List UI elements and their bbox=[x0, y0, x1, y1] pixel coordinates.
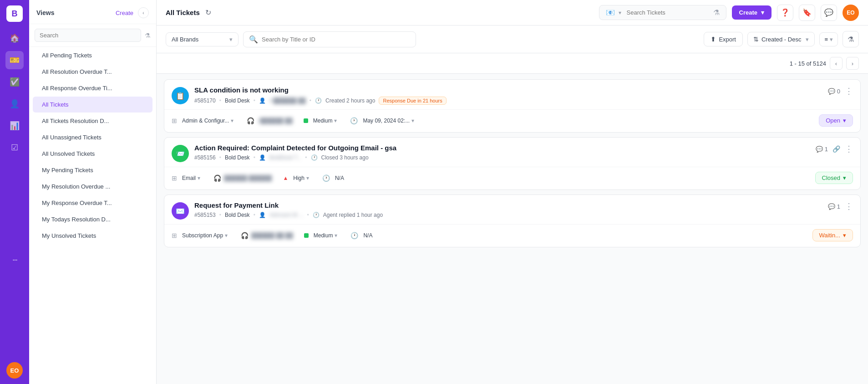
global-filter-icon[interactable]: ⚗ bbox=[713, 8, 720, 17]
sidebar-item-contacts[interactable]: 👤 bbox=[5, 95, 24, 113]
sidebar-nav-item-all-pending[interactable]: All Pending Tickets bbox=[33, 47, 152, 63]
ticket-agent: 🎧 J██████ ██ bbox=[247, 117, 292, 124]
assignee-icon: 👤 bbox=[259, 97, 266, 104]
sidebar-search-input[interactable] bbox=[35, 29, 141, 42]
date-dropdown[interactable]: N/A bbox=[333, 174, 346, 183]
ticket-agent-name: J██████ ██ bbox=[257, 118, 292, 124]
brand-select[interactable]: All Brands ▾ bbox=[166, 32, 239, 46]
ticket-time: Created 2 hours ago bbox=[325, 97, 375, 104]
clock-icon: 🕐 bbox=[311, 154, 318, 161]
sidebar-nav-item-my-todays-resolution[interactable]: My Todays Resolution D... bbox=[33, 211, 152, 227]
status-label: Closed bbox=[822, 174, 840, 181]
sidebar-collapse-button[interactable]: ‹ bbox=[138, 7, 149, 18]
pagination-info: 1 - 15 of 5124 bbox=[790, 60, 826, 67]
create-button[interactable]: Create ▾ bbox=[732, 5, 772, 20]
ticket-more-button[interactable]: ⋮ bbox=[845, 144, 853, 154]
ticket-status-pill[interactable]: Closed ▾ bbox=[815, 172, 853, 184]
app-logo: B bbox=[6, 5, 23, 22]
ticket-card-t3[interactable]: ✉️ Request for Payment Link #585153 • Bo… bbox=[164, 195, 861, 247]
refresh-button[interactable]: ↻ bbox=[205, 8, 211, 17]
sidebar-nav-item-all-response-overdue[interactable]: All Response Overdue Ti... bbox=[33, 80, 152, 96]
brand-label: All Brands bbox=[172, 36, 198, 43]
create-button-label: Create bbox=[739, 9, 757, 16]
ticket-avatar: 📋 bbox=[172, 87, 189, 104]
title-search-input[interactable] bbox=[262, 36, 410, 43]
export-button[interactable]: ⬆ Export bbox=[704, 32, 743, 46]
content-filter-button[interactable]: ⚗ bbox=[843, 31, 859, 47]
priority-dropdown[interactable]: Medium ▾ bbox=[311, 231, 340, 240]
title-search-icon: 🔍 bbox=[249, 35, 258, 44]
sidebar-item-tickets[interactable]: 🎫 bbox=[5, 51, 24, 69]
category-dropdown[interactable]: Email ▾ bbox=[180, 174, 203, 183]
ticket-date: 🕐 N/A bbox=[350, 231, 375, 240]
sidebar-nav-item-all-tickets-resolution[interactable]: All Tickets Resolution D... bbox=[33, 113, 152, 129]
chat-icon: 💬 bbox=[828, 203, 835, 210]
ticket-more-button[interactable]: ⋮ bbox=[845, 86, 853, 96]
ticket-date: 🕐 N/A bbox=[322, 174, 346, 183]
sidebar-nav-item-my-pending[interactable]: My Pending Tickets bbox=[33, 162, 152, 178]
ticket-more-button[interactable]: ⋮ bbox=[845, 201, 853, 211]
priority-chevron-icon: ▾ bbox=[306, 175, 309, 181]
ticket-footer: ⊞ Admin & Configur... ▾ 🎧 J██████ ██ Med… bbox=[164, 109, 860, 132]
priority-dropdown[interactable]: High ▾ bbox=[291, 174, 311, 183]
view-toggle-button[interactable]: ≡ ▾ bbox=[819, 32, 838, 46]
date-label: N/A bbox=[335, 175, 344, 181]
ticket-meta: #585170 • Bold Desk • 👤 H██████ ██ • 🕐 C… bbox=[194, 97, 822, 105]
sidebar-nav-item-all-resolution-overdue[interactable]: All Resolution Overdue T... bbox=[33, 64, 152, 80]
sidebar-header: Views Create ‹ bbox=[29, 0, 156, 24]
sidebar-nav: All Pending TicketsAll Resolution Overdu… bbox=[29, 47, 156, 384]
global-search-input[interactable] bbox=[627, 9, 710, 16]
category-dropdown[interactable]: Subscription App ▾ bbox=[180, 231, 230, 240]
date-dropdown[interactable]: N/A bbox=[361, 231, 375, 240]
sidebar-nav-item-my-resolution-overdue[interactable]: My Resolution Overdue ... bbox=[33, 179, 152, 195]
sort-button[interactable]: ⇅ Created - Desc ▾ bbox=[747, 32, 815, 46]
sidebar-item-home[interactable]: 🏠 bbox=[5, 29, 24, 47]
sidebar-nav-item-my-response-overdue[interactable]: My Response Overdue T... bbox=[33, 195, 152, 211]
date-dropdown[interactable]: May 09, 2024 02:... ▾ bbox=[360, 116, 416, 125]
ticket-agent-name: ██████ ██████ bbox=[224, 175, 272, 181]
ticket-category: ⊞ Admin & Configur... ▾ bbox=[172, 116, 236, 125]
sidebar-create-button[interactable]: Create bbox=[116, 10, 133, 16]
ticket-agent-name: ██████ ██ ██ bbox=[251, 232, 293, 239]
ticket-priority: ▲ High ▾ bbox=[283, 174, 311, 183]
sidebar-item-tasks[interactable]: ✅ bbox=[5, 73, 24, 91]
sort-chevron-icon: ▾ bbox=[806, 36, 809, 43]
priority-dropdown[interactable]: Medium ▾ bbox=[311, 116, 340, 125]
ticket-title: Action Required: Complaint Detected for … bbox=[194, 144, 810, 152]
ticket-card-t2[interactable]: 📨 Action Required: Complaint Detected fo… bbox=[164, 137, 861, 190]
ticket-status-pill[interactable]: Open ▾ bbox=[819, 114, 853, 127]
ticket-brand: Bold Desk bbox=[225, 212, 250, 218]
sidebar-nav-item-all-unsolved[interactable]: All Unsolved Tickets bbox=[33, 146, 152, 162]
ticket-assignee: H██████ ██ bbox=[269, 97, 306, 104]
sidebar-nav-item-my-unsolved[interactable]: My Unsolved Tickets bbox=[33, 228, 152, 244]
ticket-status-pill[interactable]: Waitin... ▾ bbox=[812, 229, 853, 241]
chat-count-value: 1 bbox=[825, 146, 828, 153]
agent-icon: 🎧 bbox=[241, 232, 249, 239]
pagination-next-button[interactable]: › bbox=[846, 57, 859, 70]
user-avatar[interactable]: EO bbox=[6, 362, 23, 379]
date-chevron-icon: ▾ bbox=[411, 118, 414, 124]
help-button[interactable]: ❓ bbox=[777, 5, 793, 21]
sidebar-nav-item-all-unassigned[interactable]: All Unassigned Tickets bbox=[33, 129, 152, 145]
sidebar-filter-icon[interactable]: ⚗ bbox=[145, 32, 151, 39]
ticket-card-t1[interactable]: 📋 SLA condition is not working #585170 •… bbox=[164, 79, 861, 133]
ticket-category: ⊞ Email ▾ bbox=[172, 174, 203, 183]
sidebar-item-more[interactable]: ··· bbox=[5, 251, 24, 269]
bookmark-button[interactable]: 🔖 bbox=[799, 5, 815, 21]
chat-icon: 💬 bbox=[828, 88, 835, 95]
pagination-prev-button[interactable]: ‹ bbox=[830, 57, 843, 70]
ticket-id: #585153 bbox=[194, 212, 216, 218]
category-chevron-icon: ▾ bbox=[231, 118, 233, 124]
ticket-list: 📋 SLA condition is not working #585170 •… bbox=[157, 74, 868, 384]
page-title: All Tickets bbox=[166, 9, 200, 16]
category-dropdown[interactable]: Admin & Configur... ▾ bbox=[180, 116, 236, 125]
sidebar-nav-item-all-tickets[interactable]: All Tickets bbox=[33, 97, 152, 113]
category-label: Admin & Configur... bbox=[182, 118, 229, 124]
sidebar-item-check[interactable]: ☑ bbox=[5, 138, 24, 157]
chat-button[interactable]: 💬 bbox=[821, 5, 837, 21]
ticket-date: 🕐 May 09, 2024 02:... ▾ bbox=[350, 116, 416, 125]
sidebar-item-reports[interactable]: 📊 bbox=[5, 117, 24, 135]
clock-icon: 🕐 bbox=[313, 212, 320, 218]
ticket-meta: #585153 • Bold Desk • 👤 Admrami M ... • … bbox=[194, 212, 822, 218]
topbar-user-avatar[interactable]: EO bbox=[843, 5, 859, 21]
